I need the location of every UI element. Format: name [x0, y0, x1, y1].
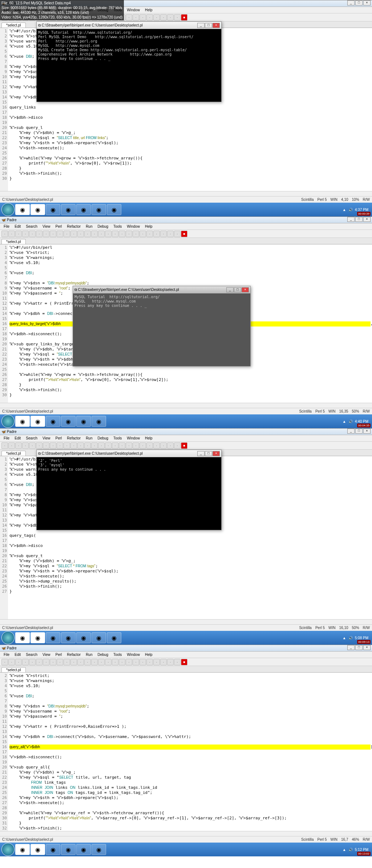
taskbar-clock[interactable]: 4:40 PM — [355, 419, 368, 423]
toolbar-btn[interactable]: · — [174, 231, 181, 237]
toolbar-btn[interactable]: · — [70, 231, 77, 237]
toolbar-btn[interactable]: · — [140, 659, 146, 665]
close-button[interactable]: × — [213, 451, 220, 456]
horizontal-scrollbar[interactable] — [0, 403, 372, 408]
toolbar-btn[interactable]: · — [126, 14, 132, 21]
menu-run[interactable]: Run — [84, 224, 94, 228]
toolbar-btn[interactable]: · — [174, 14, 181, 21]
taskbar-vs-icon[interactable]: ◉ — [61, 632, 76, 643]
taskbar-cmd-icon[interactable]: ◉ — [107, 632, 121, 643]
taskbar-vs-icon[interactable]: ◉ — [61, 844, 76, 855]
toolbar-btn[interactable]: · — [105, 659, 112, 665]
menu-debug[interactable]: Debug — [96, 436, 110, 440]
taskbar-vs-icon[interactable]: ◉ — [76, 632, 91, 643]
taskbar-opera-icon[interactable]: ◉ — [31, 416, 45, 427]
menu-tools[interactable]: Tools — [111, 436, 124, 440]
menu-help[interactable]: Help — [143, 653, 155, 657]
toolbar-btn[interactable]: · — [36, 442, 43, 449]
menu-debug[interactable]: Debug — [96, 224, 110, 228]
toolbar-btn[interactable]: · — [84, 659, 91, 665]
stop-button[interactable]: ■ — [181, 659, 187, 665]
toolbar-btn[interactable]: · — [98, 659, 105, 665]
menu-file[interactable]: File — [1, 436, 12, 440]
maximize-button[interactable]: □ — [205, 451, 212, 456]
toolbar-btn[interactable]: · — [146, 442, 153, 449]
toolbar-btn[interactable]: · — [167, 659, 174, 665]
toolbar-btn[interactable]: · — [112, 659, 118, 665]
toolbar-btn[interactable]: · — [15, 442, 22, 449]
taskbar-fly-icon[interactable]: ◉ — [92, 844, 106, 855]
start-button[interactable] — [1, 843, 15, 856]
toolbar-btn[interactable]: · — [91, 659, 98, 665]
toolbar-btn[interactable]: · — [146, 231, 153, 237]
taskbar[interactable]: ◉◉◉◉◉◉◉ ▲ 🔊 5:08 PM 00:09:13 — [0, 631, 372, 645]
toolbar-btn[interactable]: · — [43, 231, 49, 237]
toolbar-btn[interactable]: · — [160, 442, 167, 449]
toolbar-btn[interactable]: · — [77, 442, 84, 449]
min-button[interactable]: _ — [347, 645, 355, 650]
menu-perl[interactable]: Perl — [53, 653, 64, 657]
console-window[interactable]: ⧉ C:\Strawberry\perl\bin\perl.exe C:\Use… — [73, 286, 251, 366]
toolbar-btn[interactable]: · — [153, 14, 160, 21]
toolbar-btn[interactable]: · — [57, 442, 63, 449]
toolbar-btn[interactable]: · — [160, 659, 167, 665]
toolbar-btn[interactable]: · — [29, 231, 36, 237]
tray-icon[interactable]: 🔊 — [348, 848, 353, 852]
window-titlebar[interactable]: 🦋 Padre _□× — [0, 645, 372, 652]
tray-icon[interactable]: 🔊 — [348, 208, 353, 212]
menu-help[interactable]: Help — [143, 8, 155, 12]
toolbar-btn[interactable]: · — [1, 659, 8, 665]
start-button[interactable] — [1, 631, 15, 644]
toolbar-btn[interactable]: · — [160, 14, 167, 21]
min-button[interactable]: _ — [347, 217, 355, 222]
taskbar-opera-icon[interactable]: ◉ — [31, 632, 45, 643]
menu-refactor[interactable]: Refactor — [65, 436, 83, 440]
max-button[interactable]: □ — [355, 217, 363, 222]
taskbar-clock[interactable]: 5:12 PM — [355, 848, 368, 852]
menu-refactor[interactable]: Refactor — [65, 224, 83, 228]
toolbar-btn[interactable]: · — [119, 659, 125, 665]
toolbar-btn[interactable]: · — [70, 442, 77, 449]
stop-button[interactable]: ■ — [181, 231, 187, 237]
toolbar-btn[interactable]: · — [140, 231, 146, 237]
console-titlebar[interactable]: ⧉ C:\Strawberry\perl\bin\perl.exe C:\Use… — [37, 22, 221, 29]
toolbar-btn[interactable]: · — [50, 442, 56, 449]
toolbar-btn[interactable]: · — [43, 659, 49, 665]
toolbar-btn[interactable]: · — [57, 231, 63, 237]
menu-file[interactable]: File — [1, 224, 12, 228]
toolbar-btn[interactable]: · — [22, 231, 29, 237]
taskbar-chrome-icon[interactable]: ◉ — [15, 416, 30, 427]
file-tab[interactable]: *select.pl — [1, 451, 26, 456]
toolbar-btn[interactable]: · — [91, 231, 98, 237]
toolbar-btn[interactable]: · — [133, 231, 139, 237]
toolbar-btn[interactable]: · — [43, 442, 49, 449]
toolbar-btn[interactable]: · — [112, 442, 118, 449]
toolbar-btn[interactable]: · — [160, 231, 167, 237]
menu-edit[interactable]: Edit — [12, 224, 23, 228]
window-titlebar[interactable]: 🦋 Padre _□× — [0, 429, 372, 435]
toolbar-btn[interactable]: · — [174, 442, 181, 449]
menu-view[interactable]: View — [40, 224, 53, 228]
toolbar-btn[interactable]: · — [140, 442, 146, 449]
toolbar-btn[interactable]: · — [91, 442, 98, 449]
toolbar-btn[interactable]: · — [64, 442, 70, 449]
tray-icon[interactable]: ▲ — [343, 636, 346, 640]
menu-view[interactable]: View — [40, 653, 53, 657]
toolbar-btn[interactable]: · — [167, 231, 174, 237]
menu-file[interactable]: File — [1, 653, 12, 657]
menu-run[interactable]: Run — [84, 436, 94, 440]
taskbar[interactable]: ◉◉◉◉◉◉ ▲ 🔊 4:40 PM 00:04:35 — [0, 414, 372, 428]
toolbar-btn[interactable]: · — [36, 659, 43, 665]
toolbar-btn[interactable]: · — [8, 659, 15, 665]
code-area[interactable]: "k">use "k">strict; "k">use "k">warnings… — [8, 673, 372, 856]
taskbar-chrome-icon[interactable]: ◉ — [15, 204, 30, 215]
file-tab[interactable]: *select.pl — [1, 23, 26, 28]
stop-button[interactable]: ■ — [181, 14, 187, 21]
toolbar-btn[interactable]: · — [84, 231, 91, 237]
menu-window[interactable]: Window — [125, 8, 142, 12]
start-button[interactable] — [1, 203, 15, 216]
menu-perl[interactable]: Perl — [53, 224, 64, 228]
toolbar-btn[interactable]: · — [22, 659, 29, 665]
minimize-button[interactable]: _ — [197, 451, 205, 456]
minimize-button[interactable]: _ — [197, 23, 205, 28]
